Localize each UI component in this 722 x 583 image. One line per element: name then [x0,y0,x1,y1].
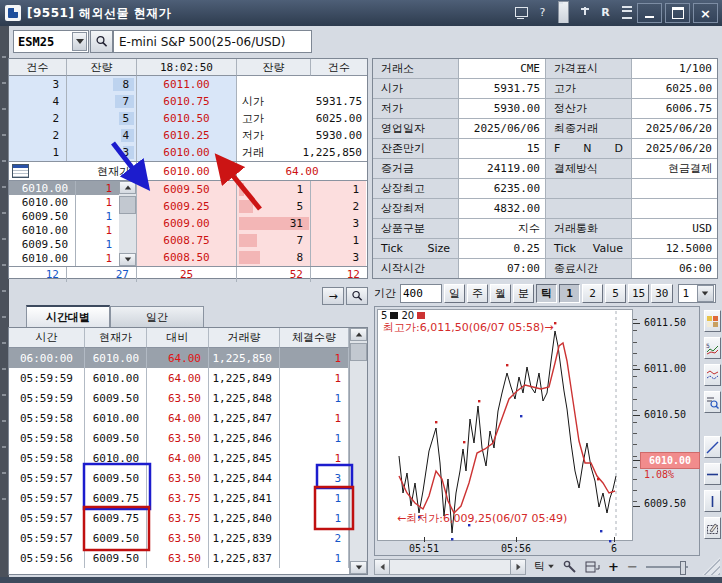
tick-row[interactable]: 6009.50 1 [9,209,119,223]
ask-row[interactable]: 1 3 6010.00 거래1,225,850 [9,144,367,161]
unit-week-button[interactable]: 주 [467,284,488,303]
zoom-in-button[interactable]: + [608,559,619,574]
interval-30-button[interactable]: 30 [651,284,672,303]
pin-icon[interactable] [577,4,592,20]
help-icon[interactable]: ? [535,4,550,20]
bid-row[interactable]: 6008.75 7 1 [137,232,367,249]
scroll-down-button[interactable] [119,253,136,266]
quote-monitor-icon[interactable] [514,4,529,20]
minimize-button[interactable] [637,3,662,23]
table-row[interactable]: 05:59:58 6009.50 63.50 1,225,846 1 [9,428,367,448]
close-button[interactable]: × [693,3,718,23]
table-row[interactable]: 05:59:57 6009.75 63.75 1,225,840 1 [9,508,367,528]
symbol-dropdown-button[interactable] [72,32,87,51]
depth-grid-icon[interactable] [12,164,29,178]
bid-price[interactable]: 6009.25 [137,198,237,215]
dock-window-icon[interactable] [556,4,571,20]
interval-1-button[interactable]: 1 [559,284,580,303]
chart-type-button[interactable] [704,364,721,386]
bid-price[interactable]: 6009.50 [137,181,237,198]
tick-row[interactable]: 6010.00 1 [9,195,119,209]
horizontal-line-tool-button[interactable] [704,463,721,485]
chart-dot [554,322,556,324]
unit-minute-button[interactable]: 분 [513,284,534,303]
interval-2-button[interactable]: 2 [582,284,603,303]
ask-row[interactable]: 4 7 6010.75 시가5931.75 [9,93,367,110]
scroll-right-button[interactable] [510,559,526,575]
ask-row[interactable]: 2 5 6010.50 고가6025.00 [9,110,367,127]
period-input[interactable] [400,284,442,303]
table-row[interactable]: 05:59:56 6009.50 63.50 1,225,837 1 [9,548,367,568]
bid-row[interactable]: 6009.50 1 1 [137,181,367,198]
total-bid-qty: 52 [237,267,311,282]
symbol-search-button[interactable] [90,30,113,53]
zoom-out-button[interactable]: − [627,559,638,574]
ask-row[interactable]: 3 8 6011.00 [9,76,367,93]
table-row[interactable]: 05:59:59 6009.50 63.50 1,225,848 1 [9,388,367,408]
ask-price[interactable]: 6011.00 [137,76,237,93]
timesales-scrollbar[interactable] [349,328,367,574]
table-row[interactable]: 05:59:57 6009.75 63.75 1,225,841 1 [9,488,367,508]
current-price-label: 현재가 [97,164,136,179]
bid-price[interactable]: 6008.50 [137,249,237,266]
scroll-down-button[interactable] [350,561,367,574]
tick-row[interactable]: 6009.50 1 [9,238,119,252]
erase-tool-button[interactable] [704,517,721,539]
chart-settings-button[interactable] [563,560,577,574]
tick-list-scrollbar[interactable] [119,181,136,266]
search-button[interactable] [346,287,368,305]
ma-indicator-button[interactable]: 5 [704,337,721,359]
table-row[interactable]: 05:59:57 6009.50 63.50 1,225,844 3 [9,468,367,488]
tab-timetable[interactable]: 시간대별 [26,305,110,327]
interval-15-button[interactable]: 15 [628,284,649,303]
trendline-tool-button[interactable] [704,436,721,458]
tick-row[interactable]: 6010.00 1 [9,252,119,266]
bid-row[interactable]: 6009.00 31 3 [137,215,367,232]
scroll-left-button[interactable] [374,559,390,575]
table-row[interactable]: 05:59:59 6010.00 64.00 1,225,849 1 [9,368,367,388]
chart-hscrollbar[interactable] [390,559,510,575]
ask-price[interactable]: 6010.25 [137,127,237,144]
maximize-button[interactable] [665,3,690,23]
interval-dropdown[interactable]: 1 [678,284,716,303]
scroll-up-button[interactable] [119,181,136,194]
bid-price[interactable]: 6008.75 [137,232,237,249]
symbol-input[interactable] [14,34,72,50]
bid-row[interactable]: 6009.25 5 2 [137,198,367,215]
table-row[interactable]: 06:00:00 6010.00 64.00 1,225,850 1 [9,348,367,368]
tick-row[interactable]: 6010.00 1 [9,181,119,195]
scroll-thumb[interactable] [350,343,367,361]
scroll-thumb[interactable] [119,196,136,214]
tab-daily[interactable]: 일간 [110,306,204,328]
high-annotation: 최고가:6,011,50(06/07 05:58)→ [383,320,553,335]
symbol-name-field[interactable]: E-mini S&P 500(25-06/USD) [113,30,312,53]
symbol-combo[interactable] [13,30,89,53]
tick-row[interactable]: 6010.00 1 [9,224,119,238]
chart-zoom-button[interactable] [704,391,721,413]
r-mode-icon[interactable]: R [598,4,613,20]
bid-price[interactable]: 6009.00 [137,215,237,232]
table-row[interactable]: 05:59:57 6009.50 63.50 1,225,839 2 [9,528,367,548]
table-row[interactable]: 05:59:58 6010.00 64.00 1,225,845 1 [9,448,367,468]
ask-row[interactable]: 2 4 6010.25 저가5930.00 [9,127,367,144]
chart-style-palette-button[interactable] [704,310,721,332]
slider-handle[interactable] [680,561,686,575]
chart-grid-button[interactable] [585,560,600,574]
unit-day-button[interactable]: 일 [444,284,465,303]
scroll-up-button[interactable] [350,328,367,341]
chevron-down-icon[interactable] [697,285,714,302]
chart-unit-menu[interactable]: 틱 [534,559,555,574]
ask-price[interactable]: 6010.00 [137,144,237,161]
resize-grip[interactable] [702,557,720,575]
ask-price[interactable]: 6010.75 [137,93,237,110]
bid-row[interactable]: 6008.50 8 3 [137,249,367,266]
layout-menu-icon[interactable] [619,4,634,20]
unit-month-button[interactable]: 월 [490,284,511,303]
zoom-slider[interactable] [646,559,688,575]
pop-out-button[interactable]: → [322,287,344,305]
ask-price[interactable]: 6010.50 [137,110,237,127]
unit-tick-button[interactable]: 틱 [536,284,557,303]
table-row[interactable]: 05:59:58 6010.00 64.00 1,225,847 1 [9,408,367,428]
interval-5-button[interactable]: 5 [605,284,626,303]
vertical-line-tool-button[interactable] [704,490,721,512]
